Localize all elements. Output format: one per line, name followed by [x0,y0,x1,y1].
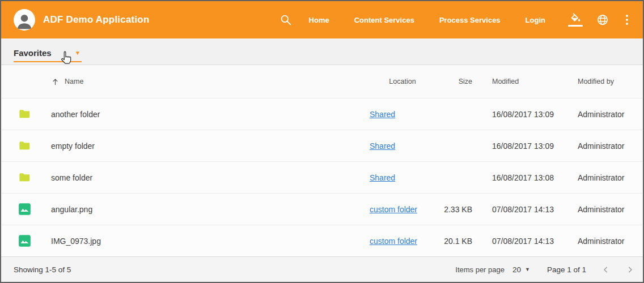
view-toolbar: Favorites ▼ [1,38,643,65]
app-header: ADF Demo Application Home Content Servic… [1,1,643,38]
modified-by: Administrator [578,205,643,214]
file-name: IMG_0973.jpg [51,237,101,246]
modified-by: Administrator [578,237,643,246]
column-header-modified-by[interactable]: Modified by [578,78,643,85]
file-name: another folder [51,110,100,119]
theme-color-button[interactable] [568,13,583,27]
globe-icon [596,14,609,26]
showing-range-label: Showing 1-5 of 5 [14,265,71,274]
location-link[interactable]: Shared [370,110,395,119]
nav-item-content-services[interactable]: Content Services [354,16,414,24]
modified-by: Administrator [578,110,643,119]
modified-date: 07/08/2017 14:13 [472,237,578,246]
file-size: 2.33 KB [443,205,472,214]
nav-item-login[interactable]: Login [526,16,545,24]
file-size: 20.1 KB [443,237,472,246]
document-list: Name Location Size Modified Modified by … [1,65,643,256]
color-fill-icon [570,13,582,24]
folder-icon [18,171,31,184]
select-caret-icon: ▼ [525,267,530,272]
app-window: ADF Demo Application Home Content Servic… [0,0,644,283]
chevron-left-icon [601,265,611,275]
column-header-location[interactable]: Location [356,78,443,85]
favorites-label: Favorites [14,48,52,58]
more-menu-button[interactable] [622,14,632,26]
table-row[interactable]: angular.png custom folder 2.33 KB 07/08/… [1,193,643,225]
table-header-row: Name Location Size Modified Modified by [1,65,643,98]
modified-by: Administrator [578,173,643,182]
more-vert-icon [626,15,628,17]
main-nav: Home Content Services Process Services L… [309,16,568,24]
modified-date: 07/08/2017 14:13 [472,205,578,214]
user-avatar[interactable] [14,9,35,31]
dropdown-caret-icon: ▼ [75,50,82,56]
location-link[interactable]: custom folder [370,237,417,246]
color-underline [568,25,583,27]
table-row[interactable]: IMG_0973.jpg custom folder 20.1 KB 07/08… [1,225,643,256]
app-title: ADF Demo Application [43,14,150,25]
modified-date: 16/08/2017 13:08 [472,173,578,182]
column-header-modified[interactable]: Modified [472,78,578,85]
nav-item-home[interactable]: Home [309,16,329,24]
modified-date: 16/08/2017 13:09 [472,110,578,119]
modified-date: 16/08/2017 13:09 [472,142,578,151]
location-link[interactable]: Shared [370,173,395,182]
next-page-button[interactable] [625,265,635,275]
sort-ascending-icon [51,78,60,86]
previous-page-button[interactable] [601,265,611,275]
folder-icon [18,139,31,152]
table-body: another folder Shared 16/08/2017 13:09 A… [1,98,643,256]
items-per-page-label: Items per page [455,265,505,274]
table-row[interactable]: another folder Shared 16/08/2017 13:09 A… [1,98,643,130]
person-icon [15,11,34,31]
page-indicator: Page 1 of 1 [547,265,586,274]
modified-by: Administrator [578,142,643,151]
file-name: angular.png [51,205,92,214]
file-name: empty folder [51,142,95,151]
pagination-bar: Showing 1-5 of 5 Items per page 20 ▼ Pag… [1,256,643,282]
search-icon [279,14,292,26]
items-per-page-value: 20 [512,265,521,274]
language-button[interactable] [596,14,609,26]
file-name: some folder [51,173,92,182]
items-per-page-select[interactable]: 20 ▼ [512,265,530,274]
location-link[interactable]: custom folder [370,205,417,214]
folder-icon [18,108,31,121]
nav-item-process-services[interactable]: Process Services [439,16,501,24]
table-row[interactable]: empty folder Shared 16/08/2017 13:09 Adm… [1,130,643,161]
favorites-dropdown[interactable]: Favorites ▼ [14,48,82,62]
image-file-icon [18,234,31,247]
image-file-icon [18,203,31,216]
chevron-right-icon [625,265,635,275]
table-row[interactable]: some folder Shared 16/08/2017 13:08 Admi… [1,161,643,193]
search-button[interactable] [279,14,292,26]
column-header-name[interactable]: Name [39,78,356,86]
column-header-size[interactable]: Size [443,78,472,85]
location-link[interactable]: Shared [370,142,395,151]
